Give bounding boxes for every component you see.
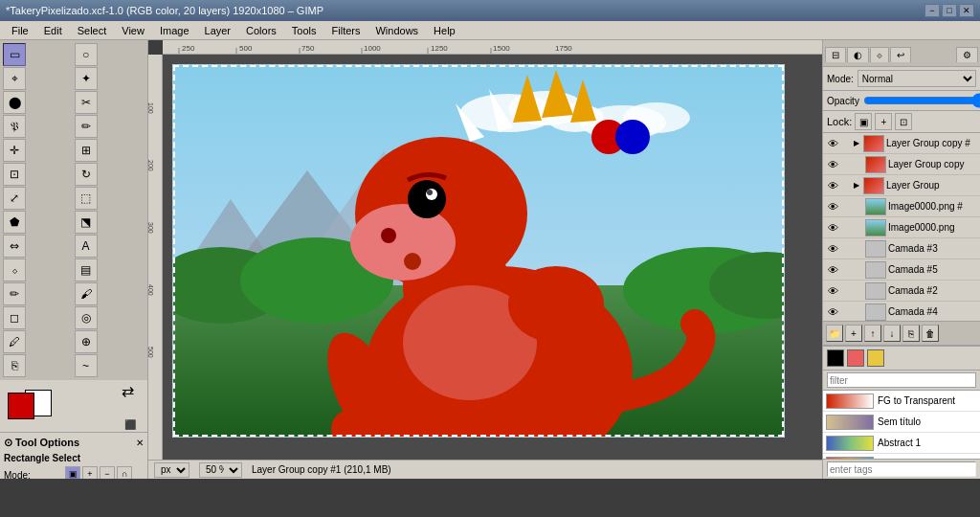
- channels-tab[interactable]: ◐: [847, 47, 869, 62]
- scale-tool[interactable]: ⤢: [3, 187, 26, 210]
- layer-expand-arrow-icon[interactable]: ▶: [854, 181, 859, 190]
- flip-tool[interactable]: ⇔: [3, 235, 26, 258]
- paintbrush-tool[interactable]: 🖌: [75, 282, 98, 305]
- eraser-tool[interactable]: ◻: [3, 306, 26, 329]
- layer-visibility-icon[interactable]: 👁: [825, 199, 840, 214]
- canvas-viewport[interactable]: [163, 55, 822, 460]
- align-tool[interactable]: ⊞: [75, 139, 98, 162]
- mode-add-btn[interactable]: +: [82, 466, 98, 479]
- canvas-image[interactable]: [172, 64, 785, 438]
- paths-tab[interactable]: ⟐: [870, 47, 889, 62]
- ellipse-select-tool[interactable]: ○: [75, 43, 98, 66]
- menu-image[interactable]: Image: [152, 23, 197, 38]
- layer-mode-dropdown[interactable]: Normal Multiply Screen: [858, 70, 976, 87]
- gradient-item[interactable]: FG to Transparent: [823, 391, 980, 412]
- layer-item[interactable]: 👁Image0000.png #: [823, 196, 980, 217]
- layer-item[interactable]: 👁▶Layer Group: [823, 175, 980, 196]
- layer-expand-arrow-icon[interactable]: ▶: [854, 139, 859, 147]
- layer-item[interactable]: 👁Camada #5: [823, 259, 980, 281]
- bucket-fill-tool[interactable]: ⬦: [3, 258, 26, 281]
- delete-layer-btn[interactable]: 🗑: [922, 325, 939, 342]
- menu-edit[interactable]: Edit: [36, 23, 70, 38]
- swatch-black[interactable]: [827, 349, 844, 367]
- layer-visibility-icon[interactable]: 👁: [825, 241, 840, 257]
- pencil-tool[interactable]: ✏: [3, 282, 26, 305]
- text-tool[interactable]: A: [75, 235, 98, 258]
- mode-intersect-btn[interactable]: ∩: [117, 466, 132, 479]
- lock-alpha-btn[interactable]: ⊡: [895, 113, 912, 130]
- smudge-tool[interactable]: ~: [75, 354, 98, 377]
- scissors-select-tool[interactable]: ✂: [75, 91, 98, 114]
- undo-tab[interactable]: ↩: [890, 47, 911, 62]
- menu-select[interactable]: Select: [70, 23, 115, 38]
- layer-item[interactable]: 👁Image0000.png: [823, 217, 980, 238]
- paint-tool[interactable]: ✏: [75, 115, 98, 138]
- layer-visibility-icon[interactable]: 👁: [825, 178, 840, 193]
- gradient-item[interactable]: Abstract 1: [823, 433, 980, 454]
- new-layer-group-btn[interactable]: 📁: [826, 325, 843, 342]
- menu-help[interactable]: Help: [426, 23, 463, 38]
- mode-subtract-btn[interactable]: −: [100, 466, 115, 479]
- close-button[interactable]: ✕: [959, 4, 974, 17]
- layer-visibility-icon[interactable]: 👁: [825, 283, 840, 299]
- reset-colors-button[interactable]: ⬛: [124, 419, 136, 430]
- tags-input[interactable]: [827, 461, 976, 477]
- opacity-slider[interactable]: [863, 94, 980, 107]
- layer-visibility-icon[interactable]: 👁: [825, 304, 840, 320]
- lock-position-btn[interactable]: +: [875, 113, 892, 130]
- menu-layer[interactable]: Layer: [197, 23, 239, 38]
- menu-filters[interactable]: Filters: [324, 23, 368, 38]
- rotate-tool[interactable]: ↻: [75, 163, 98, 186]
- perspective-tool[interactable]: ⬟: [3, 211, 26, 234]
- lower-layer-btn[interactable]: ↓: [883, 325, 901, 342]
- gradient-filter-input[interactable]: [827, 372, 976, 388]
- layer-item[interactable]: 👁Camada #2: [823, 281, 980, 302]
- rectangle-select-tool[interactable]: ▭: [3, 43, 26, 66]
- crop-tool[interactable]: ⊡: [3, 163, 26, 186]
- duplicate-layer-btn[interactable]: ⎘: [902, 325, 920, 342]
- right-tab-gear[interactable]: ⚙: [956, 47, 978, 62]
- layer-item[interactable]: 👁Layer Group copy: [823, 154, 980, 175]
- menu-tools[interactable]: Tools: [284, 23, 324, 38]
- raise-layer-btn[interactable]: ↑: [864, 325, 881, 342]
- mode-replace-btn[interactable]: ▣: [65, 466, 80, 479]
- layer-item[interactable]: 👁▶Layer Group copy #: [823, 133, 980, 154]
- maximize-button[interactable]: □: [942, 4, 957, 17]
- layer-item[interactable]: 👁Camada #3: [823, 238, 980, 259]
- layers-tab[interactable]: ⊟: [825, 47, 846, 62]
- heal-tool[interactable]: ⊕: [75, 330, 98, 353]
- layer-visibility-icon[interactable]: 👁: [825, 262, 840, 278]
- paths-tool[interactable]: 𝔓: [3, 115, 26, 138]
- swap-colors-button[interactable]: ⇄: [122, 382, 134, 400]
- menu-view[interactable]: View: [114, 23, 152, 38]
- gradient-item[interactable]: Sem título: [823, 412, 980, 433]
- blend-tool[interactable]: ▤: [75, 258, 98, 281]
- svg-text:100: 100: [148, 102, 154, 114]
- free-select-tool[interactable]: ⌖: [3, 67, 26, 90]
- foreground-color-swatch[interactable]: [8, 393, 34, 419]
- shear-tool[interactable]: ⬚: [75, 187, 98, 210]
- zoom-select[interactable]: 50 % 100 % 200 %: [199, 462, 242, 478]
- minimize-button[interactable]: −: [924, 4, 940, 17]
- menu-file[interactable]: File: [4, 23, 36, 38]
- tool-options-close[interactable]: ✕: [136, 438, 144, 448]
- fuzzy-select-tool[interactable]: ✦: [75, 67, 98, 90]
- layer-visibility-icon[interactable]: 👁: [825, 136, 840, 151]
- swatch-red[interactable]: [847, 349, 864, 367]
- airbrush-tool[interactable]: ◎: [75, 306, 98, 329]
- transform-tool[interactable]: ⬔: [75, 211, 98, 234]
- swatch-yellow[interactable]: [867, 349, 884, 367]
- layer-item[interactable]: 👁Camada #4: [823, 302, 980, 321]
- status-unit-select[interactable]: px % in: [154, 462, 189, 478]
- clone-tool[interactable]: ⎘: [3, 354, 26, 377]
- layer-visibility-icon[interactable]: 👁: [825, 157, 840, 172]
- menu-windows[interactable]: Windows: [368, 23, 426, 38]
- menu-colors[interactable]: Colors: [238, 23, 284, 38]
- move-tool[interactable]: ✛: [3, 139, 26, 162]
- layer-visibility-icon[interactable]: 👁: [825, 220, 840, 236]
- select-by-color-tool[interactable]: ⬤: [3, 91, 26, 114]
- new-layer-btn[interactable]: +: [845, 325, 862, 342]
- ink-tool[interactable]: 🖊: [3, 330, 26, 353]
- lock-pixels-btn[interactable]: ▣: [855, 113, 872, 130]
- svg-text:1750: 1750: [555, 44, 572, 53]
